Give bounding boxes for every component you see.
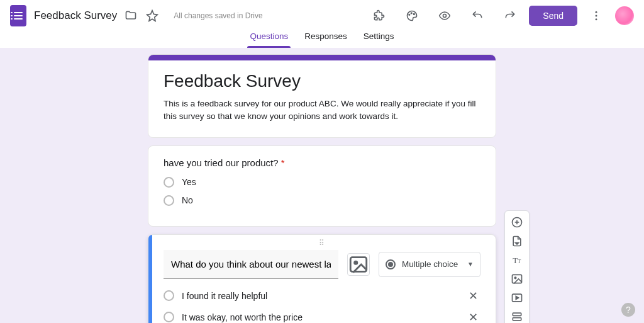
document-title[interactable]: Feedback Survey [34, 9, 117, 22]
preview-icon[interactable] [437, 8, 452, 23]
account-avatar[interactable] [615, 6, 634, 25]
svg-point-2 [414, 14, 415, 15]
redo-icon[interactable] [502, 8, 518, 23]
radio-icon [164, 177, 174, 188]
add-image-icon[interactable] [507, 270, 527, 288]
tab-settings[interactable]: Settings [364, 31, 394, 48]
google-forms-logo[interactable] [10, 5, 26, 26]
question-type-label: Multiple choice [402, 259, 458, 269]
add-question-icon[interactable] [507, 213, 527, 231]
remove-option-icon[interactable]: ✕ [466, 289, 480, 303]
add-title-icon[interactable]: TT [507, 251, 527, 269]
svg-rect-12 [513, 275, 522, 283]
required-asterisk: * [281, 157, 285, 168]
add-video-icon[interactable] [507, 289, 527, 307]
star-icon[interactable] [145, 8, 160, 23]
folder-icon[interactable] [123, 8, 138, 23]
tab-questions[interactable]: Questions [250, 31, 288, 48]
question-text-input[interactable] [164, 250, 338, 279]
more-icon[interactable] [589, 8, 604, 23]
add-section-icon[interactable] [507, 308, 527, 323]
radio-icon [164, 195, 174, 206]
svg-point-3 [443, 14, 447, 18]
svg-rect-7 [350, 257, 367, 271]
remove-option-icon[interactable]: ✕ [466, 310, 480, 324]
form-header-card[interactable]: Feedback Survey This is a feedback surve… [148, 54, 496, 138]
svg-point-8 [355, 261, 357, 264]
send-button[interactable]: Send [529, 6, 577, 26]
multiple-choice-icon [386, 259, 396, 269]
undo-icon[interactable] [470, 8, 485, 23]
svg-rect-15 [513, 313, 521, 315]
option-row[interactable]: Yes [164, 177, 480, 188]
option-row[interactable]: No [164, 195, 480, 206]
option-row[interactable]: I found it really helpful ✕ [164, 289, 480, 303]
option-row[interactable]: It was okay, not worth the price ✕ [164, 310, 480, 324]
help-icon[interactable]: ? [621, 303, 635, 317]
svg-rect-16 [513, 318, 521, 320]
tab-responses[interactable]: Responses [304, 31, 347, 48]
chevron-down-icon: ▼ [467, 261, 474, 268]
svg-point-4 [596, 11, 597, 13]
svg-point-1 [411, 13, 413, 14]
form-description[interactable]: This is a feedback survey for our produc… [164, 98, 480, 123]
svg-point-6 [596, 18, 597, 20]
drag-handle-icon[interactable]: ⠿ [164, 239, 480, 247]
option-label[interactable]: It was okay, not worth the price [182, 312, 303, 322]
import-questions-icon[interactable] [507, 232, 527, 250]
question-card[interactable]: have you tried our product?* Yes No [148, 145, 496, 227]
option-label: Yes [182, 177, 196, 187]
addons-icon[interactable] [372, 8, 387, 23]
question-card-editing[interactable]: ⠿ Multiple choice ▼ I found it really he… [148, 234, 496, 324]
option-label[interactable]: I found it really helpful [182, 291, 267, 301]
svg-point-5 [596, 15, 597, 17]
radio-icon [164, 312, 174, 322]
side-toolbar: TT [504, 210, 530, 323]
svg-point-13 [514, 277, 516, 279]
question-type-select[interactable]: Multiple choice ▼ [379, 252, 480, 277]
add-image-icon[interactable] [347, 253, 370, 276]
svg-point-0 [409, 14, 410, 16]
question-text: have you tried our product?* [164, 157, 480, 168]
form-title[interactable]: Feedback Survey [164, 71, 480, 91]
theme-icon[interactable] [404, 8, 419, 23]
radio-icon [164, 290, 174, 301]
option-label: No [182, 195, 193, 205]
save-status: All changes saved in Drive [174, 11, 262, 20]
svg-text:T: T [518, 258, 521, 264]
